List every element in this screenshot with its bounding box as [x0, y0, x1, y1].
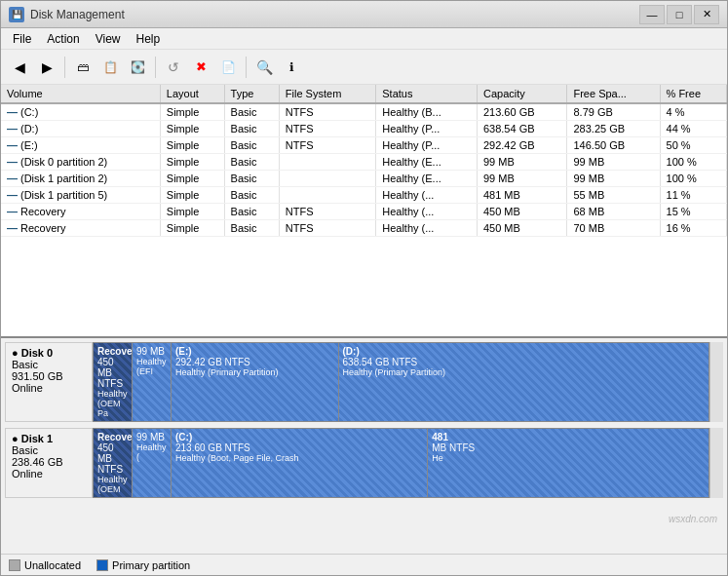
cell-status: Healthy (... [376, 204, 478, 220]
cell-status: Healthy (E... [376, 171, 478, 187]
menu-action[interactable]: Action [39, 30, 87, 48]
cell-free: 283.25 GB [567, 121, 660, 137]
scrollbar-track[interactable] [709, 342, 723, 422]
menu-file[interactable]: File [5, 30, 39, 48]
table-row[interactable]: —Recovery Simple Basic NTFS Healthy (...… [1, 220, 727, 237]
disk1-part2[interactable]: 99 MB Healthy ( [133, 429, 172, 497]
col-layout: Layout [160, 85, 224, 103]
cell-type: Basic [224, 204, 279, 220]
cell-status: Healthy (B... [376, 103, 478, 121]
disk-0-type: Basic [12, 359, 86, 370]
toolbar-sep-3 [246, 57, 247, 78]
disk0-part1[interactable]: Recovery 450 MB NTFS Healthy (OEM Pa [94, 343, 133, 421]
legend-unallocated: Unallocated [9, 559, 81, 571]
disk0-part3[interactable]: (E:) 292.42 GB NTFS Healthy (Primary Par… [172, 343, 339, 421]
window-controls: — □ ✕ [639, 5, 719, 24]
volume-table-area[interactable]: Volume Layout Type File System Status Ca… [1, 85, 727, 338]
cell-volume: —(E:) [1, 137, 160, 154]
cell-layout: Simple [160, 171, 224, 187]
cell-fs [279, 171, 375, 187]
col-capacity: Capacity [477, 85, 567, 103]
cell-capacity: 450 MB [477, 204, 567, 220]
table-row[interactable]: —(Disk 1 partition 5) Simple Basic Healt… [1, 187, 727, 204]
cell-free: 99 MB [567, 171, 660, 187]
disk0-part4[interactable]: (D:) 638.54 GB NTFS Healthy (Primary Par… [339, 343, 709, 421]
maximize-button[interactable]: □ [667, 5, 692, 24]
properties-button[interactable]: 🗃 [70, 55, 96, 80]
cell-layout: Simple [160, 137, 224, 154]
cell-type: Basic [224, 121, 279, 137]
menu-bar: File Action View Help [1, 28, 727, 50]
info-button[interactable]: ℹ [279, 55, 304, 80]
cell-layout: Simple [160, 187, 224, 204]
main-window: 💾 Disk Management — □ ✕ File Action View… [0, 0, 728, 576]
cell-free: 146.50 GB [567, 137, 660, 154]
cell-free: 55 MB [567, 187, 660, 204]
disk1-part4[interactable]: 481 MB NTFS He [428, 429, 709, 497]
menu-view[interactable]: View [88, 30, 129, 48]
search-button[interactable]: 🔍 [251, 55, 277, 80]
cell-type: Basic [224, 103, 279, 121]
cell-type: Basic [224, 154, 279, 171]
cell-type: Basic [224, 220, 279, 237]
watermark: wsxdn.com [669, 514, 717, 524]
scrollbar-track-2[interactable] [709, 428, 723, 498]
cell-layout: Simple [160, 204, 224, 220]
cell-fs [279, 187, 375, 204]
cell-capacity: 450 MB [477, 220, 567, 237]
cell-status: Healthy (... [376, 220, 478, 237]
cell-pct: 100 % [660, 154, 726, 171]
close-button[interactable]: ✕ [694, 5, 719, 24]
toolbar-sep-2 [155, 57, 156, 78]
table-row[interactable]: —(Disk 0 partition 2) Simple Basic Healt… [1, 154, 727, 171]
cell-pct: 16 % [660, 220, 726, 237]
table-row[interactable]: —(E:) Simple Basic NTFS Healthy (P... 29… [1, 137, 727, 154]
table-row[interactable]: —(Disk 1 partition 2) Simple Basic Healt… [1, 171, 727, 187]
cell-fs: NTFS [279, 103, 375, 121]
cell-layout: Simple [160, 154, 224, 171]
delete-button[interactable]: ✖ [188, 55, 213, 80]
rescan-button[interactable]: ↺ [161, 55, 186, 80]
cell-pct: 100 % [660, 171, 726, 187]
cell-free: 68 MB [567, 204, 660, 220]
cell-fs: NTFS [279, 220, 375, 237]
col-volume: Volume [1, 85, 160, 103]
cell-volume: —(Disk 1 partition 2) [1, 171, 160, 187]
view-button[interactable]: 📋 [97, 55, 123, 80]
legend-unalloc-box [9, 559, 20, 571]
table-row[interactable]: —(C:) Simple Basic NTFS Healthy (B... 21… [1, 103, 727, 121]
cell-volume: —(Disk 0 partition 2) [1, 154, 160, 171]
cell-capacity: 481 MB [477, 187, 567, 204]
title-bar: 💾 Disk Management — □ ✕ [1, 1, 727, 28]
table-row[interactable]: —Recovery Simple Basic NTFS Healthy (...… [1, 204, 727, 220]
cell-capacity: 213.60 GB [477, 103, 567, 121]
cell-pct: 4 % [660, 103, 726, 121]
toolbar-sep-1 [64, 57, 65, 78]
format-button[interactable]: 📄 [215, 55, 241, 80]
disk1-part3[interactable]: (C:) 213.60 GB NTFS Healthy (Boot, Page … [172, 429, 428, 497]
cell-fs [279, 154, 375, 171]
menu-help[interactable]: Help [129, 30, 169, 48]
forward-button[interactable]: ▶ [34, 55, 59, 80]
cell-pct: 50 % [660, 137, 726, 154]
disk1-part1[interactable]: Recovery 450 MB NTFS Healthy (OEM [94, 429, 133, 497]
disk0-part2[interactable]: 99 MB Healthy (EFI [133, 343, 172, 421]
legend-bar: Unallocated Primary partition [1, 554, 727, 575]
back-button[interactable]: ◀ [7, 55, 32, 80]
cell-status: Healthy (E... [376, 154, 478, 171]
col-free: Free Spa... [567, 85, 660, 103]
cell-pct: 11 % [660, 187, 726, 204]
cell-capacity: 638.54 GB [477, 121, 567, 137]
cell-type: Basic [224, 137, 279, 154]
legend-primary-box [96, 559, 108, 571]
disk-button[interactable]: 💽 [125, 55, 150, 80]
minimize-button[interactable]: — [639, 5, 665, 24]
window-title: Disk Management [30, 8, 639, 21]
table-row[interactable]: —(D:) Simple Basic NTFS Healthy (P... 63… [1, 121, 727, 137]
disk-0-name: ● Disk 0 [12, 347, 86, 359]
disk-1-row: ● Disk 1 Basic 238.46 GB Online Recovery… [5, 428, 723, 498]
disk-0-label: ● Disk 0 Basic 931.50 GB Online [5, 342, 93, 422]
cell-layout: Simple [160, 103, 224, 121]
volume-table: Volume Layout Type File System Status Ca… [1, 85, 727, 237]
cell-volume: —Recovery [1, 204, 160, 220]
